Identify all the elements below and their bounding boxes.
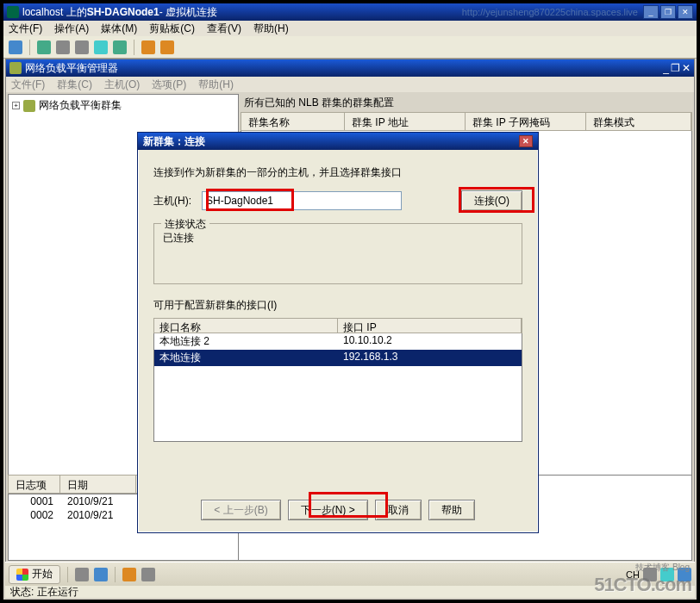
app-title-bar: 网络负载平衡管理器 _ ❐ ✕ <box>6 59 694 77</box>
vm-menu-help[interactable]: 帮助(H) <box>253 22 289 36</box>
vm-title-bar: localhost 上的 SH-DAGNode1 - 虚拟机连接 http://… <box>3 3 697 21</box>
watermark-url: http://yejunsheng870225china.spaces.live <box>462 7 638 17</box>
vm-menu-bar: 文件(F) 操作(A) 媒体(M) 剪贴板(C) 查看(V) 帮助(H) <box>3 21 697 36</box>
if-col-name[interactable]: 接口名称 <box>154 319 338 333</box>
vm-menu-action[interactable]: 操作(A) <box>54 22 89 36</box>
app-max-button[interactable]: ❐ <box>671 62 680 74</box>
col-cluster-ip[interactable]: 群集 IP 地址 <box>345 113 466 130</box>
toolbar-save-icon[interactable] <box>75 40 89 54</box>
dialog-close-button[interactable]: ✕ <box>519 135 533 147</box>
watermark-sub: 技术博客 Blog <box>635 562 690 574</box>
vm-menu-file[interactable]: 文件(F) <box>9 22 42 36</box>
interfaces-label: 可用于配置新群集的接口(I) <box>153 298 522 313</box>
status-legend: 连接状态 <box>161 217 209 232</box>
start-button[interactable]: 开始 <box>9 565 60 584</box>
if-ip: 192.168.1.3 <box>338 350 522 366</box>
app-menu-cluster[interactable]: 群集(C) <box>57 78 92 92</box>
tree-root-label: 网络负载平衡群集 <box>39 98 122 113</box>
vm-status-text: 状态: 正在运行 <box>10 586 78 598</box>
status-value: 已连接 <box>163 231 513 246</box>
vm-menu-media[interactable]: 媒体(M) <box>101 22 137 36</box>
dialog-intro: 连接到作为新群集的一部分的主机，并且选择群集接口 <box>153 165 522 180</box>
log-date: 2010/9/21 <box>60 495 136 507</box>
if-col-ip[interactable]: 接口 IP <box>338 319 522 333</box>
if-name: 本地连接 <box>154 350 338 366</box>
log-col-item[interactable]: 日志项目 <box>9 476 60 493</box>
new-cluster-dialog: 新群集：连接 ✕ 连接到作为新群集的一部分的主机，并且选择群集接口 主机(H):… <box>137 132 539 533</box>
vm-toolbar <box>3 36 697 59</box>
log-date: 2010/9/21 <box>60 509 136 521</box>
vm-title-suffix: - 虚拟机连接 <box>159 5 217 20</box>
tree-root-node[interactable]: + 网络负载平衡群集 <box>12 98 234 113</box>
vm-name: SH-DAGNode1 <box>87 6 159 18</box>
host-input[interactable] <box>202 191 402 210</box>
dialog-title: 新群集：连接 <box>143 134 205 149</box>
quicklaunch-explorer-icon[interactable] <box>94 568 108 581</box>
col-cluster-name[interactable]: 群集名称 <box>241 113 345 130</box>
vm-close-button[interactable]: ✕ <box>678 5 693 19</box>
vm-icon <box>7 6 19 18</box>
app-title: 网络负载平衡管理器 <box>25 61 118 76</box>
next-button[interactable]: 下一步(N) > <box>288 500 368 520</box>
toolbar-shutdown-icon[interactable] <box>56 40 70 54</box>
app-close-button[interactable]: ✕ <box>682 62 691 74</box>
app-icon <box>9 62 22 74</box>
toolbar-revert-icon[interactable] <box>160 40 174 54</box>
app-menu-bar: 文件(F) 群集(C) 主机(O) 选项(P) 帮助(H) <box>6 77 694 92</box>
list-description: 所有已知的 NLB 群集的群集配置 <box>241 94 692 112</box>
quicklaunch-desktop-icon[interactable] <box>75 568 89 581</box>
vm-menu-clipboard[interactable]: 剪贴板(C) <box>149 22 195 36</box>
interface-list-header: 接口名称 接口 IP <box>153 318 522 333</box>
taskbar-app-icon[interactable] <box>122 568 136 581</box>
cancel-button[interactable]: 取消 <box>375 500 422 520</box>
interface-row-selected[interactable]: 本地连接 192.168.1.3 <box>154 350 522 366</box>
back-button: < 上一步(B) <box>201 500 280 520</box>
help-button[interactable]: 帮助 <box>428 500 475 520</box>
interface-row[interactable]: 本地连接 2 10.10.10.2 <box>154 333 522 350</box>
app-menu-file[interactable]: 文件(F) <box>11 78 45 92</box>
app-menu-options[interactable]: 选项(P) <box>152 78 186 92</box>
start-label: 开始 <box>32 567 53 581</box>
log-id: 0001 <box>9 495 60 507</box>
taskbar-cmd-icon[interactable] <box>141 568 155 581</box>
cluster-grid-header: 群集名称 群集 IP 地址 群集 IP 子网掩码 群集模式 <box>241 112 692 131</box>
vm-status-bar: 状态: 正在运行 <box>5 584 695 598</box>
vm-min-button[interactable]: _ <box>643 5 659 19</box>
col-cluster-mode[interactable]: 群集模式 <box>586 113 691 130</box>
toolbar-cad-icon[interactable] <box>9 40 22 54</box>
app-menu-host[interactable]: 主机(O) <box>104 78 140 92</box>
toolbar-pause-icon[interactable] <box>94 40 108 54</box>
toolbar-snapshot-icon[interactable] <box>141 40 155 54</box>
if-ip: 10.10.10.2 <box>338 333 522 350</box>
col-cluster-mask[interactable]: 群集 IP 子网掩码 <box>466 113 586 130</box>
windows-flag-icon <box>16 569 28 581</box>
interface-list[interactable]: 本地连接 2 10.10.10.2 本地连接 192.168.1.3 <box>153 333 522 442</box>
vm-title-prefix: localhost 上的 <box>22 5 87 20</box>
toolbar-reset-icon[interactable] <box>113 40 127 54</box>
host-label: 主机(H): <box>153 194 202 208</box>
log-col-date[interactable]: 日期 <box>60 476 136 493</box>
toolbar-start-icon[interactable] <box>37 40 51 54</box>
connect-button[interactable]: 连接(O) <box>461 190 522 211</box>
if-name: 本地连接 2 <box>154 333 338 350</box>
log-id: 0002 <box>9 509 60 521</box>
app-min-button[interactable]: _ <box>663 62 669 74</box>
vm-menu-view[interactable]: 查看(V) <box>207 22 241 36</box>
tree-expand-icon[interactable]: + <box>12 102 20 109</box>
connection-status-group: 连接状态 已连接 <box>153 223 522 284</box>
app-menu-help[interactable]: 帮助(H) <box>198 78 234 92</box>
taskbar: 开始 CH <box>5 562 695 586</box>
vm-max-button[interactable]: ❐ <box>660 5 676 19</box>
watermark-site: 51CTO.com <box>594 574 691 596</box>
dialog-title-bar[interactable]: 新群集：连接 ✕ <box>138 133 538 150</box>
cluster-icon <box>23 100 35 112</box>
